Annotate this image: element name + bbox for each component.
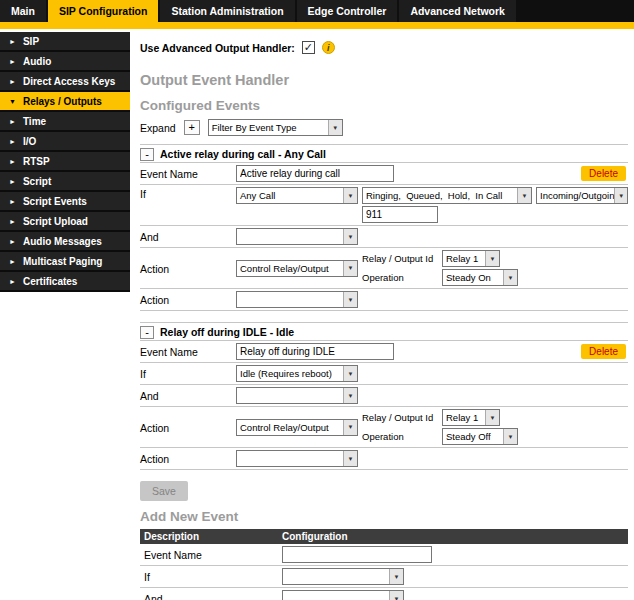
checkmark-icon: ✓ bbox=[304, 42, 313, 53]
page: Main SIP Configuration Station Administr… bbox=[0, 0, 634, 600]
chevron-right-icon: ► bbox=[9, 158, 16, 165]
event-header-row: - Relay off during IDLE - Idle bbox=[140, 323, 628, 341]
chevron-right-icon: ► bbox=[9, 118, 16, 125]
and-row: And ▼ bbox=[140, 226, 628, 248]
sidebar-item-script[interactable]: ► Script bbox=[0, 172, 130, 192]
filter-event-type-select[interactable]: Filter By Event Type ▼ bbox=[208, 119, 343, 136]
sidebar-item-sip[interactable]: ► SIP bbox=[0, 32, 130, 52]
delete-event-button[interactable]: Delete bbox=[581, 344, 626, 359]
collapse-button[interactable]: - bbox=[140, 326, 154, 339]
and-condition-select[interactable]: ▼ bbox=[236, 387, 358, 404]
page-title: Output Event Handler bbox=[140, 72, 628, 88]
and-label: And bbox=[140, 389, 236, 402]
and-label: And bbox=[140, 230, 236, 243]
sidebar-item-label: I/O bbox=[23, 136, 36, 147]
sidebar-item-direct-access-keys[interactable]: ► Direct Access Keys bbox=[0, 72, 130, 92]
chevron-right-icon: ► bbox=[9, 238, 16, 245]
expand-all-button[interactable]: + bbox=[184, 120, 200, 135]
action-parameters: Relay / Output Id Relay 1 ▼ Operation St… bbox=[362, 409, 518, 445]
chevron-down-icon: ▼ bbox=[485, 251, 499, 266]
relay-id-select[interactable]: Relay 1 ▼ bbox=[442, 250, 500, 267]
event-name-label: Event Name bbox=[140, 549, 282, 561]
action-label: Action bbox=[140, 421, 236, 434]
relay-output-id-label: Relay / Output Id bbox=[362, 412, 438, 423]
chevron-down-icon: ▼ bbox=[343, 229, 357, 244]
chevron-down-icon: ▼ bbox=[328, 120, 342, 135]
configuration-header: Configuration bbox=[282, 531, 348, 542]
action-select-2[interactable]: ▼ bbox=[236, 450, 358, 467]
new-and-select[interactable]: ▼ bbox=[282, 590, 404, 600]
advanced-handler-label: Use Advanced Output Handler: bbox=[140, 42, 295, 54]
sidebar-item-script-upload[interactable]: ► Script Upload bbox=[0, 212, 130, 232]
sidebar-item-time[interactable]: ► Time bbox=[0, 112, 130, 132]
if-parameters: Ringing, Queued, Hold, In Call ▼ Incomin… bbox=[362, 187, 628, 223]
event-name-input[interactable] bbox=[236, 343, 394, 360]
sidebar-item-certificates[interactable]: ► Certificates bbox=[0, 272, 130, 292]
if-label: If bbox=[140, 187, 236, 200]
new-if-select[interactable]: ▼ bbox=[282, 568, 404, 585]
and-condition-select[interactable]: ▼ bbox=[236, 228, 358, 245]
event-name-row: Event Name Delete bbox=[140, 341, 628, 363]
action-select-2[interactable]: ▼ bbox=[236, 291, 358, 308]
if-row: If Any Call ▼ Ringing, Queued, Hold, In … bbox=[140, 185, 628, 226]
collapse-button[interactable]: - bbox=[140, 148, 154, 161]
sidebar-item-io[interactable]: ► I/O bbox=[0, 132, 130, 152]
if-label: If bbox=[140, 367, 236, 380]
sidebar-item-label: Script Events bbox=[23, 196, 87, 207]
event-block-active-relay: - Active relay during call - Any Call Ev… bbox=[140, 144, 628, 311]
tab-edge-controller[interactable]: Edge Controller bbox=[297, 0, 398, 22]
event-block-relay-off-idle: - Relay off during IDLE - Idle Event Nam… bbox=[140, 322, 628, 470]
call-state-select[interactable]: Ringing, Queued, Hold, In Call ▼ bbox=[362, 187, 532, 204]
operation-label: Operation bbox=[362, 272, 438, 283]
event-name-label: Event Name bbox=[140, 345, 236, 358]
chevron-down-icon: ▼ bbox=[503, 270, 517, 285]
add-event-table-header: Description Configuration bbox=[140, 529, 628, 544]
chevron-down-icon: ▼ bbox=[485, 410, 499, 425]
new-event-name-input[interactable] bbox=[282, 546, 432, 563]
dial-number-input[interactable] bbox=[362, 206, 438, 223]
chevron-down-icon: ▼ bbox=[343, 420, 357, 435]
chevron-right-icon: ► bbox=[9, 38, 16, 45]
sidebar-item-label: Audio Messages bbox=[23, 236, 102, 247]
save-button[interactable]: Save bbox=[140, 481, 188, 501]
tab-main[interactable]: Main bbox=[0, 0, 46, 22]
action-row-2: Action ▼ bbox=[140, 289, 628, 311]
action-label: Action bbox=[140, 452, 236, 465]
sidebar-item-script-events[interactable]: ► Script Events bbox=[0, 192, 130, 212]
and-row: And ▼ bbox=[140, 385, 628, 407]
tab-advanced-network[interactable]: Advanced Network bbox=[399, 0, 516, 22]
if-row: If Idle (Requires reboot) ▼ bbox=[140, 363, 628, 385]
event-name-input[interactable] bbox=[236, 165, 394, 182]
sidebar-item-audio[interactable]: ► Audio bbox=[0, 52, 130, 72]
action-select[interactable]: Control Relay/Output ▼ bbox=[236, 260, 358, 277]
tab-station-administration[interactable]: Station Administration bbox=[160, 0, 294, 22]
if-condition-select[interactable]: Any Call ▼ bbox=[236, 187, 358, 204]
info-icon[interactable]: i bbox=[322, 41, 335, 54]
sidebar-item-label: Audio bbox=[23, 56, 51, 67]
operation-select[interactable]: Steady Off ▼ bbox=[442, 428, 518, 445]
configured-events-title: Configured Events bbox=[140, 98, 628, 113]
tab-sip-configuration[interactable]: SIP Configuration bbox=[48, 0, 158, 22]
sidebar-item-rtsp[interactable]: ► RTSP bbox=[0, 152, 130, 172]
sidebar-item-audio-messages[interactable]: ► Audio Messages bbox=[0, 232, 130, 252]
action-row-2: Action ▼ bbox=[140, 448, 628, 470]
event-title: Active relay during call - Any Call bbox=[160, 148, 326, 160]
operation-select[interactable]: Steady On ▼ bbox=[442, 269, 518, 286]
description-header: Description bbox=[140, 531, 282, 542]
sidebar-item-label: Script bbox=[23, 176, 51, 187]
relay-id-select[interactable]: Relay 1 ▼ bbox=[442, 409, 500, 426]
sidebar-item-label: Time bbox=[23, 116, 46, 127]
if-condition-select[interactable]: Idle (Requires reboot) ▼ bbox=[236, 365, 358, 382]
sidebar-item-relays-outputs[interactable]: ▼ Relays / Outputs bbox=[0, 92, 130, 112]
advanced-handler-checkbox[interactable]: ✓ bbox=[302, 41, 315, 54]
call-direction-select[interactable]: Incoming/Outgoing ▼ bbox=[536, 187, 628, 204]
chevron-right-icon: ► bbox=[9, 78, 16, 85]
add-new-event-title: Add New Event bbox=[140, 509, 628, 524]
action-label: Action bbox=[140, 262, 236, 275]
delete-event-button[interactable]: Delete bbox=[581, 166, 626, 181]
and-label: And bbox=[140, 593, 282, 600]
advanced-handler-row: Use Advanced Output Handler: ✓ i bbox=[140, 41, 628, 54]
action-select[interactable]: Control Relay/Output ▼ bbox=[236, 419, 358, 436]
operation-label: Operation bbox=[362, 431, 438, 442]
sidebar-item-multicast-paging[interactable]: ► Multicast Paging bbox=[0, 252, 130, 272]
